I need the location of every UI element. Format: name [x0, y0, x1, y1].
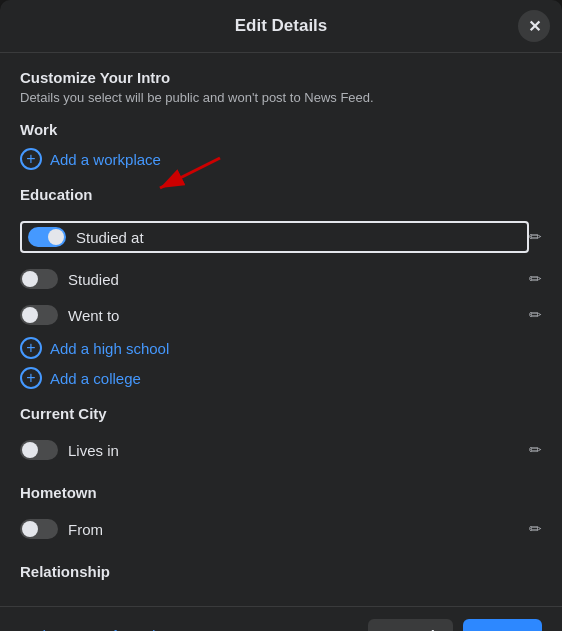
lives-in-edit-icon[interactable]: ✏ — [529, 441, 542, 459]
studied-label: Studied — [68, 271, 119, 288]
add-high-school-link[interactable]: + Add a high school — [20, 337, 542, 359]
save-button[interactable]: Save — [463, 619, 542, 631]
lives-in-toggle[interactable] — [20, 440, 58, 460]
lives-in-row-content: Lives in — [20, 440, 529, 460]
from-edit-icon[interactable]: ✏ — [529, 520, 542, 538]
toggle-knob-4 — [22, 442, 38, 458]
lives-in-label: Lives in — [68, 442, 119, 459]
work-section-label: Work — [20, 121, 542, 138]
studied-at-label: Studied at — [76, 229, 144, 246]
modal-title: Edit Details — [235, 16, 328, 36]
update-information-link[interactable]: Update Your Information — [20, 628, 171, 632]
from-label: From — [68, 521, 103, 538]
modal-header: Edit Details ✕ — [0, 0, 562, 53]
went-to-row: Went to ✏ — [20, 297, 542, 333]
add-workplace-label: Add a workplace — [50, 151, 161, 168]
toggle-knob-2 — [22, 271, 38, 287]
toggle-knob-5 — [22, 521, 38, 537]
add-college-icon: + — [20, 367, 42, 389]
lives-in-row: Lives in ✏ — [20, 432, 542, 468]
went-to-edit-icon[interactable]: ✏ — [529, 306, 542, 324]
went-to-label: Went to — [68, 307, 119, 324]
hometown-section-label: Hometown — [20, 484, 542, 501]
edit-details-modal: Edit Details ✕ Customize Your Intro Deta… — [0, 0, 562, 631]
intro-section: Customize Your Intro Details you select … — [20, 69, 542, 105]
intro-subtitle: Details you select will be public and wo… — [20, 90, 542, 105]
from-row: From ✏ — [20, 511, 542, 547]
modal-footer: Update Your Information Cancel Save — [0, 606, 562, 631]
from-toggle[interactable] — [20, 519, 58, 539]
intro-title: Customize Your Intro — [20, 69, 542, 86]
footer-buttons: Cancel Save — [368, 619, 542, 631]
studied-at-toggle[interactable] — [28, 227, 66, 247]
studied-edit-icon[interactable]: ✏ — [529, 270, 542, 288]
studied-row: Studied ✏ — [20, 261, 542, 297]
add-high-school-icon: + — [20, 337, 42, 359]
from-row-content: From — [20, 519, 529, 539]
add-high-school-label: Add a high school — [50, 340, 169, 357]
studied-at-row: Studied at ✏ — [20, 213, 542, 261]
studied-at-edit-icon[interactable]: ✏ — [529, 228, 542, 246]
went-to-toggle[interactable] — [20, 305, 58, 325]
went-to-row-content: Went to — [20, 305, 529, 325]
modal-body: Customize Your Intro Details you select … — [0, 53, 562, 606]
toggle-knob-3 — [22, 307, 38, 323]
studied-toggle[interactable] — [20, 269, 58, 289]
add-workplace-icon: + — [20, 148, 42, 170]
close-button[interactable]: ✕ — [518, 10, 550, 42]
education-section-label: Education — [20, 186, 542, 203]
studied-row-content: Studied — [20, 269, 529, 289]
toggle-knob — [48, 229, 64, 245]
current-city-section-label: Current City — [20, 405, 542, 422]
cancel-button[interactable]: Cancel — [368, 619, 453, 631]
relationship-section-label: Relationship — [20, 563, 542, 580]
add-college-label: Add a college — [50, 370, 141, 387]
add-workplace-link[interactable]: + Add a workplace — [20, 148, 542, 170]
studied-at-row-content: Studied at — [20, 221, 529, 253]
add-college-link[interactable]: + Add a college — [20, 367, 542, 389]
